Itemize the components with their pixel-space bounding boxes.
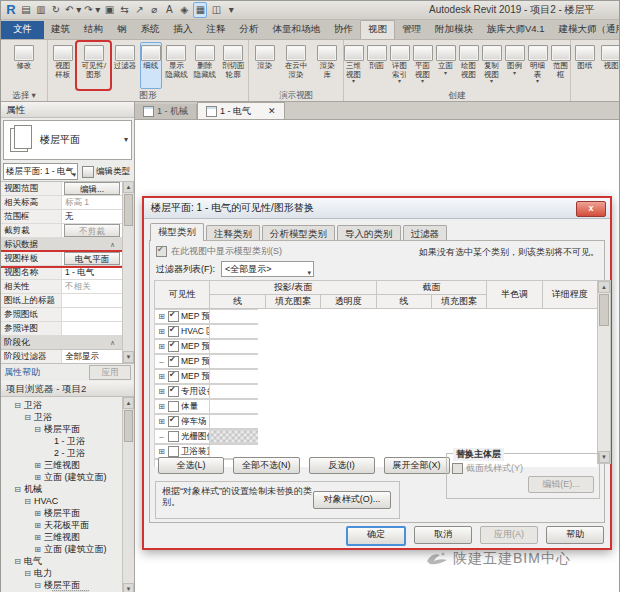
proj-lines-cell[interactable]: [210, 385, 258, 399]
section-button[interactable]: 剖面: [366, 42, 388, 89]
tree-item-floor-plans-plumbing[interactable]: ⊟楼层平面: [1, 423, 122, 435]
callout-button[interactable]: 详图 索引▾: [389, 42, 411, 89]
visibility-checkbox[interactable]: [168, 326, 179, 337]
expand-all-button[interactable]: 展开全部(X): [384, 457, 450, 474]
tree-collapse-icon[interactable]: ⊟: [23, 413, 32, 422]
prop-value-referencing-sheet[interactable]: [62, 308, 122, 321]
text-icon[interactable]: A: [163, 3, 175, 17]
thin-lines-icon[interactable]: ▦: [193, 2, 207, 18]
scroll-down-icon[interactable]: ▼: [123, 351, 134, 363]
visibility-checkbox[interactable]: [168, 416, 179, 427]
section-icon[interactable]: ◫: [210, 3, 222, 17]
ribbon-tab-view[interactable]: 视图: [360, 20, 395, 39]
apply-button[interactable]: 应用: [89, 365, 131, 380]
3d-view-button[interactable]: 三维 视图▾: [343, 42, 365, 89]
proj-lines-cell[interactable]: [210, 325, 258, 339]
visibility-graphics-button[interactable]: 可见性/ 图形: [77, 42, 110, 89]
tree-expand-icon[interactable]: ⊞: [33, 473, 42, 482]
open-icon[interactable]: ▤: [20, 3, 32, 17]
measure-icon[interactable]: ↗: [133, 3, 145, 17]
tree-item-mechanical[interactable]: ⊟机械: [1, 483, 122, 495]
prop-value-phase-filter[interactable]: 全部显示: [62, 350, 122, 363]
proj-lines-cell[interactable]: [210, 370, 258, 384]
tree-expand-icon[interactable]: ⊞: [33, 509, 42, 518]
plan-views-button[interactable]: 平面 视图▾: [412, 42, 434, 89]
prop-value-view-name[interactable]: 1 - 电气: [62, 266, 122, 279]
render-gallery-button[interactable]: 渲染 库: [313, 42, 342, 89]
tree-item-ceiling-plans-hvac[interactable]: ⊞天花板平面: [1, 519, 122, 531]
scrollbar-thumb[interactable]: [124, 410, 133, 442]
tree-item-plumbing[interactable]: ⊟卫浴: [1, 399, 122, 411]
dialog-close-button[interactable]: x: [576, 201, 606, 217]
tree-item-3d-views-plumbing[interactable]: ⊞三维视图: [1, 459, 122, 471]
scroll-up-icon[interactable]: ▲: [123, 397, 134, 409]
properties-scrollbar[interactable]: ▲ ▼: [122, 181, 134, 363]
expand-icon[interactable]: ⊞: [157, 312, 166, 321]
ribbon-tab-file[interactable]: 文件: [1, 21, 44, 39]
default-3d-view-icon[interactable]: ◈: [178, 3, 190, 17]
visibility-checkbox[interactable]: [168, 371, 179, 382]
properties-help-link[interactable]: 属性帮助: [4, 366, 40, 379]
proj-lines-cell[interactable]: [210, 430, 258, 444]
visibility-checkbox[interactable]: [168, 356, 179, 367]
prop-section-phasing[interactable]: 阶段化∧: [1, 336, 122, 350]
prop-section-identity-data[interactable]: 标识数据∧: [1, 238, 122, 252]
view-tab-1-mechanical[interactable]: 1 - 机械: [135, 104, 197, 119]
visibility-checkbox[interactable]: [168, 446, 179, 457]
modify-tool-icon[interactable]: ⇆: [118, 3, 130, 17]
prop-value-depth-clipping[interactable]: 不剪裁: [64, 224, 120, 237]
prop-value-associated-level[interactable]: 标高 1: [62, 196, 122, 209]
dialog-tab-imported-categories[interactable]: 导入的类别: [337, 225, 401, 241]
tree-item-floor-plans-hvac[interactable]: ⊞楼层平面: [1, 507, 122, 519]
prop-value-referencing-detail[interactable]: [62, 322, 122, 335]
tree-collapse-icon[interactable]: ⊟: [13, 557, 22, 566]
tree-collapse-icon[interactable]: ⊟: [33, 581, 42, 590]
dimension-icon[interactable]: ⌀: [148, 3, 160, 17]
scroll-down-icon[interactable]: ▼: [123, 583, 134, 592]
redo-icon[interactable]: ↷ ▾: [84, 3, 100, 17]
expand-icon[interactable]: ⊞: [157, 402, 166, 411]
browser-scrollbar[interactable]: ▲ ▼: [122, 397, 134, 592]
scroll-up-icon[interactable]: ▲: [123, 181, 134, 193]
view-type-combo[interactable]: 楼层平面: 1 - 电气▾: [3, 163, 78, 180]
dialog-tab-annotation-categories[interactable]: 注释类别: [206, 225, 260, 241]
ribbon-tab-manage[interactable]: 管理: [395, 21, 428, 39]
render-in-cloud-button[interactable]: 在云中 渲染: [280, 42, 311, 89]
ribbon-tab-analyze[interactable]: 分析: [233, 21, 266, 39]
view-tab-1-electrical[interactable]: 1 - 电气✕: [197, 102, 285, 119]
duplicate-view-button[interactable]: 复制 视图▾: [481, 42, 503, 89]
tree-item-hvac[interactable]: ⊟HVAC: [1, 495, 122, 507]
tree-item-2-plumbing[interactable]: ·2 - 卫浴: [1, 447, 122, 459]
ribbon-tab-systems[interactable]: 系统: [134, 21, 167, 39]
modify-button[interactable]: 修改: [5, 42, 43, 89]
sheet-button[interactable]: 图纸: [572, 42, 598, 89]
tree-expand-icon[interactable]: ⊞: [33, 521, 42, 530]
visibility-checkbox[interactable]: [168, 341, 179, 352]
tree-collapse-icon[interactable]: ⊟: [13, 401, 22, 410]
expand-icon[interactable]: ⊞: [157, 342, 166, 351]
dialog-tab-filters[interactable]: 过滤器: [403, 225, 448, 241]
expand-icon[interactable]: ⊞: [157, 447, 166, 456]
ribbon-tab-collaborate[interactable]: 协作: [327, 21, 360, 39]
tree-expand-icon[interactable]: ⊞: [33, 461, 42, 470]
expand-icon[interactable]: ⊞: [157, 387, 166, 396]
collapse-icon[interactable]: ∧: [110, 238, 122, 251]
proj-lines-cell[interactable]: [210, 415, 258, 429]
dialog-tab-model-categories[interactable]: 模型类别: [150, 223, 204, 241]
visibility-checkbox[interactable]: [168, 386, 179, 397]
collapse-icon[interactable]: ∧: [110, 336, 122, 349]
legends-button[interactable]: 图例▾: [504, 42, 526, 89]
schedules-button[interactable]: 明细表▾: [527, 42, 549, 89]
table-scrollbar[interactable]: ▲ ▼: [597, 280, 611, 464]
ribbon-tab-steel[interactable]: 钢: [110, 21, 134, 39]
scrollbar-thumb[interactable]: [124, 194, 133, 226]
tree-item-plumbing-sub[interactable]: ⊟卫浴: [1, 411, 122, 423]
ribbon-tab-massing-site[interactable]: 体量和场地: [266, 21, 328, 39]
expand-icon[interactable]: ⊞: [157, 327, 166, 336]
show-hidden-lines-button[interactable]: 显示 隐藏线: [163, 42, 190, 89]
tree-collapse-icon[interactable]: ⊟: [23, 569, 32, 578]
tree-item-elevations-hvac[interactable]: ⊞立面 (建筑立面): [1, 543, 122, 555]
visibility-checkbox[interactable]: [168, 431, 179, 442]
select-all-button[interactable]: 全选(L): [158, 457, 224, 474]
ok-button[interactable]: 确定: [346, 526, 406, 546]
